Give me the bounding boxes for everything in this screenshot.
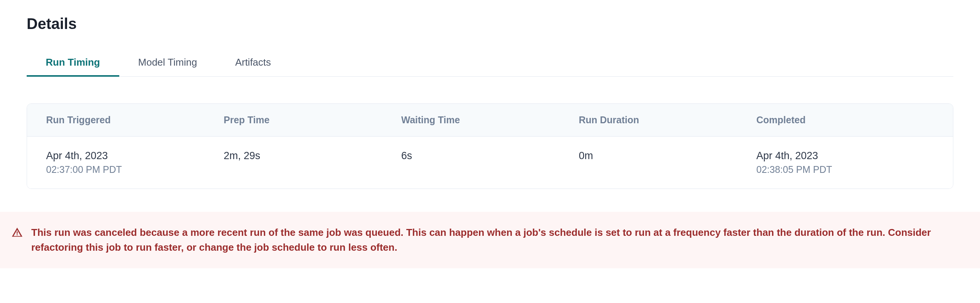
table-header: Run Triggered Prep Time Waiting Time Run… (27, 104, 953, 137)
run-duration-value: 0m (579, 150, 593, 162)
alert-banner: This run was canceled because a more rec… (0, 212, 980, 268)
prep-time-value: 2m, 29s (224, 150, 260, 162)
cell-triggered: Apr 4th, 2023 02:37:00 PM PDT (46, 150, 224, 175)
details-table: Run Triggered Prep Time Waiting Time Run… (27, 103, 953, 189)
tab-model-timing[interactable]: Model Timing (119, 50, 216, 77)
col-header-prep: Prep Time (224, 114, 401, 126)
tabs-container: Run Timing Model Timing Artifacts (27, 50, 953, 77)
waiting-time-value: 6s (401, 150, 412, 162)
col-header-triggered: Run Triggered (46, 114, 224, 126)
cell-prep: 2m, 29s (224, 150, 401, 162)
triggered-date: Apr 4th, 2023 (46, 150, 224, 162)
tab-artifacts[interactable]: Artifacts (216, 50, 290, 77)
cell-duration: 0m (579, 150, 756, 162)
col-header-duration: Run Duration (579, 114, 756, 126)
cell-completed: Apr 4th, 2023 02:38:05 PM PDT (756, 150, 934, 175)
col-header-completed: Completed (756, 114, 934, 126)
completed-date: Apr 4th, 2023 (756, 150, 934, 162)
col-header-waiting: Waiting Time (401, 114, 579, 126)
warning-icon (11, 225, 23, 240)
cell-waiting: 6s (401, 150, 579, 162)
page-title: Details (27, 15, 953, 32)
completed-time: 02:38:05 PM PDT (756, 164, 934, 175)
tab-run-timing[interactable]: Run Timing (27, 50, 119, 77)
alert-message: This run was canceled because a more rec… (31, 225, 969, 255)
table-row: Apr 4th, 2023 02:37:00 PM PDT 2m, 29s 6s… (27, 137, 953, 189)
triggered-time: 02:37:00 PM PDT (46, 164, 224, 175)
